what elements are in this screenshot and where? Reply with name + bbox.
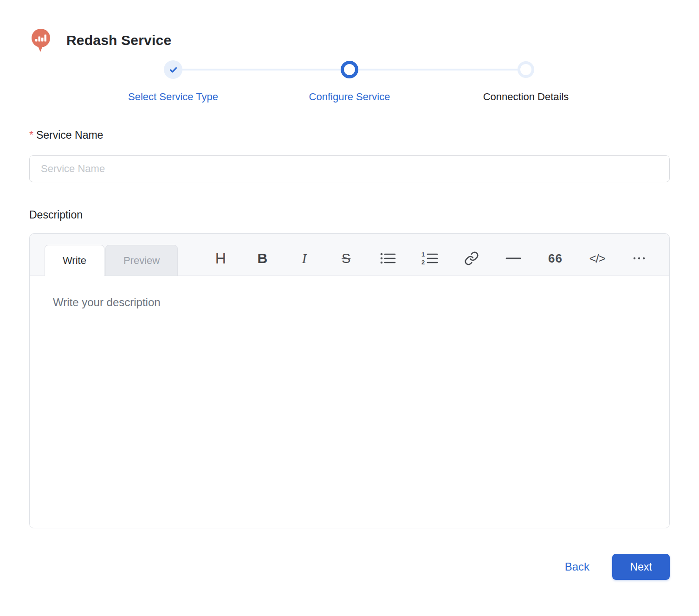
editor-header: Write Preview H B I S <box>30 234 669 276</box>
check-icon <box>169 65 178 74</box>
write-tab[interactable]: Write <box>45 245 104 276</box>
preview-tab[interactable]: Preview <box>105 245 178 276</box>
description-placeholder: Write your description <box>53 296 646 309</box>
more-button[interactable] <box>630 248 648 269</box>
more-icon <box>632 252 647 265</box>
step-label: Configure Service <box>309 91 390 103</box>
italic-button[interactable]: I <box>295 248 314 269</box>
description-label: Description <box>29 209 670 221</box>
service-name-label-text: Service Name <box>36 129 103 141</box>
strikethrough-button[interactable]: S <box>337 248 356 269</box>
step-circle-row <box>164 60 182 79</box>
heading-icon: H <box>215 250 226 267</box>
svg-text:1: 1 <box>421 251 425 258</box>
link-button[interactable] <box>462 248 481 269</box>
horizontal-rule-button[interactable] <box>504 248 523 269</box>
step-circle-row <box>518 60 534 79</box>
quote-button[interactable]: 66 <box>546 248 565 269</box>
unordered-list-button[interactable] <box>379 248 397 269</box>
page-title: Redash Service <box>66 32 171 48</box>
code-icon: </> <box>589 251 605 266</box>
next-button[interactable]: Next <box>612 554 670 580</box>
step-select-service-type[interactable]: Select Service Type <box>85 60 261 103</box>
bold-icon: B <box>258 250 268 266</box>
step-label: Select Service Type <box>128 91 218 103</box>
step-connection-details[interactable]: Connection Details <box>438 60 614 103</box>
required-asterisk: * <box>29 129 33 141</box>
editor-toolbar: H B I S <box>211 234 648 276</box>
back-button[interactable]: Back <box>565 560 589 573</box>
service-name-input[interactable] <box>29 155 670 182</box>
app-header: Redash Service <box>29 28 670 53</box>
editor-tabs: Write Preview <box>45 245 178 276</box>
heading-button[interactable]: H <box>211 248 230 269</box>
code-button[interactable]: </> <box>588 248 607 269</box>
italic-icon: I <box>302 250 307 266</box>
unordered-list-icon <box>380 252 396 265</box>
stepper: Select Service Type Configure Service Co… <box>85 60 614 103</box>
step-active-circle <box>341 61 358 78</box>
configure-service-page: Redash Service Select Service Type Confi… <box>0 0 699 616</box>
ordered-list-icon: 1 2 <box>421 251 438 265</box>
bold-button[interactable]: B <box>253 248 272 269</box>
step-configure-service[interactable]: Configure Service <box>261 60 438 103</box>
step-upcoming-circle <box>518 61 534 78</box>
strikethrough-icon: S <box>342 251 350 266</box>
ordered-list-button[interactable]: 1 2 <box>421 248 439 269</box>
step-completed-circle <box>164 60 182 79</box>
footer-actions: Back Next <box>29 554 670 580</box>
step-label: Connection Details <box>483 91 569 103</box>
step-circle-row <box>341 60 358 79</box>
service-name-label: *Service Name <box>29 129 670 141</box>
redash-logo-icon <box>29 28 52 53</box>
quote-icon: 66 <box>548 251 563 266</box>
description-editor: Write Preview H B I S <box>29 233 670 528</box>
description-textarea[interactable]: Write your description <box>30 276 669 528</box>
link-icon <box>464 251 479 266</box>
svg-text:2: 2 <box>421 259 425 265</box>
horizontal-rule-icon <box>505 252 521 265</box>
